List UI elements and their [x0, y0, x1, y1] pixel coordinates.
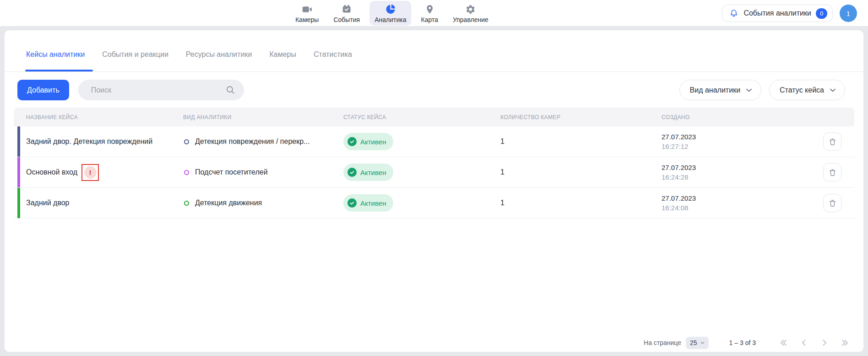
- chevron-down-icon: [700, 340, 705, 345]
- camera-icon: [301, 4, 313, 15]
- nav-label: Управление: [453, 16, 488, 23]
- case-name: Основной вход: [26, 168, 77, 176]
- events-count-badge: 0: [816, 8, 827, 19]
- check-icon: [347, 198, 357, 208]
- check-icon: [347, 168, 357, 177]
- per-page-label: На странице: [644, 339, 681, 346]
- created-time: 16:24:08: [662, 204, 810, 212]
- status-label: Активен: [360, 169, 386, 176]
- prev-page-button[interactable]: [799, 338, 808, 347]
- map-pin-icon: [424, 4, 435, 15]
- nav-label: События: [333, 16, 360, 23]
- per-page-select[interactable]: 25: [686, 337, 709, 349]
- filters: Вид аналитики Статус кейса: [679, 80, 845, 100]
- tab-events-reactions[interactable]: События и реакции: [102, 50, 168, 71]
- table-row[interactable]: Задний двор. Детекция повреждений Детекц…: [14, 126, 854, 157]
- created-time: 16:24:28: [662, 173, 810, 181]
- table-header: НАЗВАНИЕ КЕЙСА ВИД АНАЛИТИКИ СТАТУС КЕЙС…: [14, 108, 854, 126]
- created-date: 27.07.2023: [662, 133, 810, 141]
- chevron-right-icon: [820, 338, 829, 347]
- case-status-filter[interactable]: Статус кейса: [769, 80, 845, 100]
- analytics-type-icon: [184, 139, 189, 144]
- nav-label: Карта: [421, 16, 438, 23]
- analytics-type-icon: [184, 170, 189, 175]
- analytics-type-label: Детекция движения: [195, 199, 262, 207]
- created-date: 27.07.2023: [662, 194, 810, 202]
- created-cell: 27.07.2023 16:27:12: [662, 133, 810, 150]
- chevron-down-icon: [745, 87, 753, 94]
- case-color-bar: [17, 126, 20, 157]
- error-icon: !: [84, 166, 97, 179]
- double-chevron-left-icon: [779, 338, 788, 347]
- camera-count: 1: [500, 137, 662, 146]
- created-cell: 27.07.2023 16:24:28: [662, 164, 810, 181]
- tab-bar: Кейсы аналитики События и реакции Ресурс…: [5, 30, 863, 72]
- nav-item-cameras[interactable]: Камеры: [290, 1, 324, 26]
- column-header-type: ВИД АНАЛИТИКИ: [183, 114, 343, 120]
- analytics-type-label: Подсчет посетителей: [195, 168, 268, 176]
- delete-button[interactable]: [823, 163, 841, 181]
- column-header-cameras: КОЛИЧЕСТВО КАМЕР: [500, 114, 662, 120]
- pagination: На странице 25 1 – 3 of 3: [644, 336, 850, 350]
- toolbar: Добавить Вид аналитики Статус кейса: [17, 80, 845, 100]
- nav-item-management[interactable]: Управление: [448, 1, 494, 26]
- nav-item-events[interactable]: События: [328, 1, 365, 26]
- table-row[interactable]: Основной вход ! Подсчет посетителей Акти…: [14, 157, 854, 188]
- analytics-type-filter[interactable]: Вид аналитики: [679, 80, 762, 100]
- tab-cameras[interactable]: Камеры: [269, 50, 296, 71]
- topbar-right: События аналитики 0 1: [722, 5, 857, 22]
- delete-button[interactable]: [823, 132, 841, 151]
- cases-table: НАЗВАНИЕ КЕЙСА ВИД АНАЛИТИКИ СТАТУС КЕЙС…: [14, 108, 854, 219]
- column-header-created: СОЗДАНО: [662, 114, 810, 120]
- column-header-status: СТАТУС КЕЙСА: [343, 114, 500, 120]
- chevron-left-icon: [799, 338, 808, 347]
- case-name: Задний двор: [26, 199, 70, 207]
- search-box: [78, 80, 244, 100]
- next-page-button[interactable]: [820, 338, 829, 347]
- chevron-down-icon: [829, 87, 836, 94]
- gear-icon: [465, 4, 476, 15]
- tab-analytics-resources[interactable]: Ресурсы аналитики: [186, 50, 252, 71]
- per-page-value: 25: [690, 339, 697, 346]
- analytics-pie-icon: [385, 4, 396, 15]
- error-highlight-box: !: [81, 164, 99, 181]
- search-input[interactable]: [78, 80, 244, 100]
- tab-statistics[interactable]: Статистика: [314, 50, 352, 71]
- first-page-button[interactable]: [779, 338, 788, 347]
- analytics-type-label: Детекция повреждения / перекр...: [195, 137, 309, 146]
- trash-icon: [828, 168, 837, 177]
- status-badge: Активен: [343, 164, 393, 181]
- delete-button[interactable]: [823, 194, 841, 212]
- avatar[interactable]: 1: [840, 5, 857, 22]
- pager-controls: [779, 338, 850, 347]
- nav-label: Аналитика: [374, 16, 406, 23]
- analytics-type-icon: [184, 201, 189, 206]
- created-cell: 27.07.2023 16:24:08: [662, 194, 810, 212]
- case-name: Задний двор. Детекция повреждений: [26, 137, 152, 146]
- nav-item-analytics[interactable]: Аналитика: [369, 1, 411, 26]
- created-date: 27.07.2023: [662, 164, 810, 171]
- case-color-bar: [17, 157, 20, 187]
- table-row[interactable]: Задний двор Детекция движения Активен 1 …: [14, 188, 854, 219]
- camera-count: 1: [500, 168, 662, 176]
- status-badge: Активен: [343, 194, 393, 212]
- trash-icon: [828, 199, 837, 208]
- camera-count: 1: [500, 199, 662, 207]
- nav-label: Камеры: [295, 16, 319, 23]
- trash-icon: [828, 137, 837, 146]
- last-page-button[interactable]: [841, 338, 850, 347]
- status-label: Активен: [360, 138, 386, 146]
- analytics-events-button[interactable]: События аналитики 0: [722, 5, 833, 22]
- filter-label: Вид аналитики: [690, 86, 741, 94]
- case-color-bar: [17, 188, 20, 218]
- events-calendar-icon: [341, 4, 352, 15]
- main-panel: Кейсы аналитики События и реакции Ресурс…: [5, 30, 863, 352]
- created-time: 16:27:12: [662, 142, 810, 150]
- nav-item-map[interactable]: Карта: [416, 1, 443, 26]
- column-header-name: НАЗВАНИЕ КЕЙСА: [14, 114, 183, 120]
- filter-label: Статус кейса: [780, 86, 824, 94]
- events-button-label: События аналитики: [743, 9, 811, 17]
- tab-analytics-cases[interactable]: Кейсы аналитики: [26, 50, 85, 71]
- topbar: Камеры События Аналитика Карта Управлени…: [0, 0, 868, 27]
- add-button[interactable]: Добавить: [17, 80, 69, 100]
